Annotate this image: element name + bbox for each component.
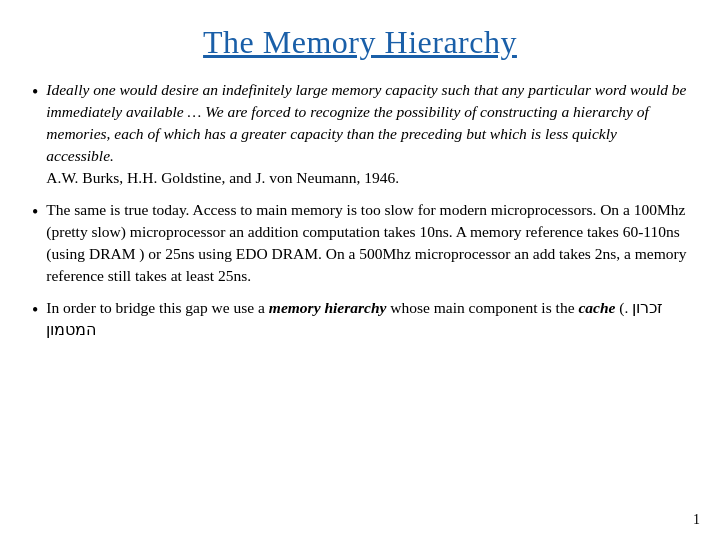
bullet-dot-2: • <box>32 200 38 225</box>
bullet-item-1: • Ideally one would desire an indefinite… <box>32 79 688 189</box>
bullet1-attribution: A.W. Burks, H.H. Goldstine, and J. von N… <box>46 169 399 186</box>
bullet-item-3: • In order to bridge this gap we use a m… <box>32 297 688 341</box>
bullet3-text-before: In order to bridge this gap we use a <box>46 299 269 316</box>
slide-wrapper: The Memory Hierarchy • Ideally one would… <box>0 0 720 540</box>
bullet-dot-3: • <box>32 298 38 323</box>
bullet3-text-middle: whose main component is the <box>386 299 578 316</box>
content-area: • Ideally one would desire an indefinite… <box>32 79 688 520</box>
slide-container: The Memory Hierarchy • Ideally one would… <box>0 0 720 540</box>
bullet-dot-1: • <box>32 80 38 105</box>
bullet-item-2: • The same is true today. Access to main… <box>32 199 688 287</box>
bullet3-bold-italic2: cache <box>578 299 615 316</box>
bullet-text-3: In order to bridge this gap we use a mem… <box>46 297 688 341</box>
bullet-text-2: The same is true today. Access to main m… <box>46 199 688 287</box>
bullet-text-1: Ideally one would desire an indefinitely… <box>46 79 688 189</box>
bullet3-text-after: (. <box>615 299 628 316</box>
slide-title: The Memory Hierarchy <box>32 24 688 61</box>
page-number: 1 <box>693 512 700 528</box>
bullet3-bold-italic: memory hierarchy <box>269 299 387 316</box>
bullet1-italic: Ideally one would desire an indefinitely… <box>46 79 688 167</box>
